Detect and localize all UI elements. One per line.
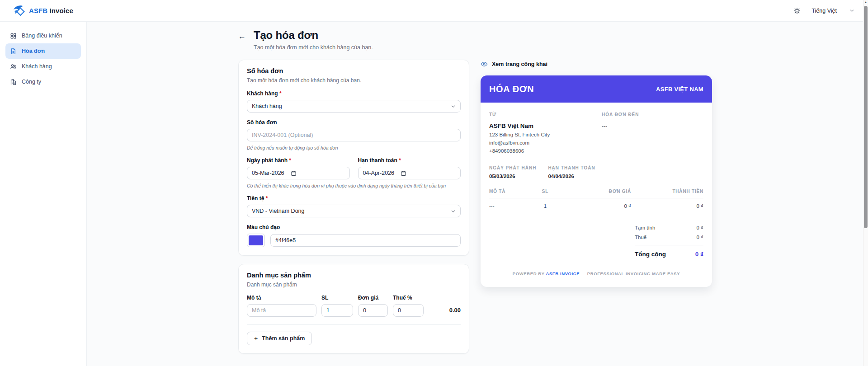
scrollbar-thumb[interactable] [864,6,868,228]
calendar-icon [401,170,406,176]
bill-to-label: HÓA ĐƠN ĐẾN [602,112,703,117]
unit-price-column-label: Đơn giá [358,295,388,301]
preview-grand-total-value: 0 ₫ [695,251,703,258]
card-title: Số hóa đơn [247,67,461,75]
due-date-label: Hạn thanh toán * [358,157,461,164]
theme-color-label: Màu chủ đạo [247,224,461,230]
due-date-input[interactable]: 04-Apr-2026 [358,167,461,179]
customer-select[interactable]: Khách hàng [247,100,461,113]
preview-totals: Tạm tính 0 ₫ Thuế 0 ₫ Tổng cộng 0 ₫ [635,225,703,258]
color-swatch-fill [249,235,263,245]
quantity-column-label: SL [321,295,353,301]
vertical-scrollbar[interactable]: ▲ [863,0,868,366]
sidebar-item-company[interactable]: Công ty [5,74,81,89]
due-date-label: HẠN THANH TOÁN [548,165,595,170]
issue-date-value: 05/03/2026 [489,174,536,179]
from-address: 123 Billing St, Fintech City [489,132,602,137]
customer-label: Khách hàng * [247,90,461,97]
currency-select-value: VND - Vietnam Dong [252,208,305,214]
add-product-button[interactable]: + Thêm sản phẩm [247,332,312,345]
item-tax-input[interactable] [393,304,424,317]
back-button[interactable]: ← [238,33,246,40]
date-format-hint: Có thể hiển thị khác trong hóa đơn vì ph… [247,183,461,188]
preview-grand-total-row: Tổng cộng 0 ₫ [635,251,703,258]
item-description-input[interactable] [247,304,316,317]
issue-date-input[interactable]: 05-Mar-2026 [247,167,350,179]
company-building-icon [10,79,17,85]
preview-company-name: ASFB VIỆT NAM [656,86,703,93]
sidebar-item-dashboard[interactable]: Bảng điều khiển [5,28,81,43]
item-price-input[interactable] [358,304,388,317]
preview-grand-total-label: Tổng cộng [635,251,666,258]
sidebar-item-label: Hóa đơn [22,48,45,54]
cell-amount: 0 ₫ [631,203,703,209]
line-item-row: Mô tả SL Đơn giá Thuế % 0.00 [247,295,461,317]
issue-date-label: Ngày phát hành * [247,157,350,164]
invoice-document-icon [10,48,17,55]
bill-to-value: --- [602,123,703,129]
divider [635,245,703,245]
calendar-icon [291,170,297,176]
due-date-value: 04/04/2026 [548,174,595,179]
invoice-details-card: Số hóa đơn Tạo một hóa đơn mới cho khách… [238,60,469,256]
currency-select[interactable]: VND - Vietnam Dong [247,205,461,217]
invoice-preview-card: HÓA ĐƠN ASFB VIỆT NAM TỪ ASFB Việt Nam 1… [481,75,712,287]
due-date-value: 04-Apr-2026 [363,170,395,176]
page-header: ← Tạo hóa đơn Tạo một hóa đơn mới cho kh… [238,29,469,51]
sidebar-item-label: Bảng điều khiển [22,33,62,39]
top-bar: ASFB Invoice Tiếng Việt [0,0,868,22]
item-quantity-input[interactable] [321,304,353,317]
table-row: --- 1 0 ₫ 0 ₫ [489,198,703,214]
line-item-total: 0.00 [449,307,461,317]
theme-toggle-sun-icon[interactable] [793,7,801,14]
invoice-number-input[interactable] [247,129,461,141]
topbar-actions: Tiếng Việt [793,7,854,14]
preview-title: HÓA ĐƠN [489,84,534,94]
chevron-down-icon [451,104,456,109]
view-public-page-link[interactable]: Xem trang công khai [481,61,547,68]
issue-date-value: 05-Mar-2026 [252,170,284,176]
header-amount: THÀNH TIỀN [631,189,703,194]
asfb-invoice-footer-link[interactable]: ASFB INVOICE [546,271,580,276]
preview-tax-value: 0 ₫ [697,235,704,240]
eye-icon [481,61,488,68]
chevron-down-icon [849,8,854,13]
app-brand: ASFB Invoice [13,5,73,17]
main-content: ← Tạo hóa đơn Tạo một hóa đơn mới cho kh… [87,22,868,366]
dashboard-grid-icon [10,33,17,39]
language-label: Tiếng Việt [811,8,837,14]
cell-quantity: 1 [527,203,563,209]
preview-subtotal-row: Tạm tính 0 ₫ [635,225,703,230]
preview-tax-label: Thuế [635,235,646,240]
sidebar-item-invoices[interactable]: Hóa đơn [5,43,81,59]
card-subtitle: Danh mục sản phẩm [247,282,461,288]
color-picker-swatch[interactable] [247,234,265,247]
scrollbar-up-arrow[interactable]: ▲ [863,0,868,4]
invoice-number-label: Số hóa đơn [247,119,461,126]
chevron-down-icon [451,209,456,214]
header-quantity: SL [527,189,563,194]
language-selector[interactable]: Tiếng Việt [811,8,854,14]
add-product-label: Thêm sản phẩm [262,335,305,342]
from-name: ASFB Việt Nam [489,122,602,129]
preview-subtotal-value: 0 ₫ [697,225,704,230]
invoice-number-hint: Để trống nếu muốn tự động tạo số hóa đơn [247,145,461,150]
color-hex-input[interactable] [270,234,461,247]
page-title: Tạo hóa đơn [254,29,373,42]
divider [247,324,461,325]
invoice-preview-column: Xem trang công khai HÓA ĐƠN ASFB VIỆT NA… [481,22,712,287]
description-column-label: Mô tả [247,295,316,301]
plus-icon: + [254,335,258,342]
preview-tax-row: Thuế 0 ₫ [635,235,703,240]
header-unit-price: ĐƠN GIÁ [563,189,631,194]
from-label: TỪ [489,112,602,117]
customer-select-value: Khách hàng [252,103,282,109]
sidebar: Bảng điều khiển Hóa đơn Khách hàng Công … [0,22,87,366]
invoice-form-column: ← Tạo hóa đơn Tạo một hóa đơn mới cho kh… [238,22,469,366]
app-title: ASFB Invoice [29,7,73,14]
line-items-card: Danh mục sản phẩm Danh mục sản phẩm Mô t… [238,264,469,354]
card-subtitle: Tạo một hóa đơn mới cho khách hàng của b… [247,77,461,84]
view-public-page-label: Xem trang công khai [492,61,547,67]
preview-addresses: TỪ ASFB Việt Nam 123 Billing St, Fintech… [489,112,703,154]
sidebar-item-customers[interactable]: Khách hàng [5,59,81,74]
